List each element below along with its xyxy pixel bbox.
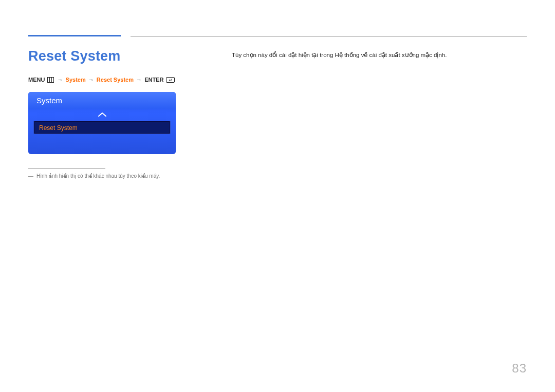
arrow-icon: → [58, 77, 63, 83]
osd-menu-item-reset-system[interactable]: Reset System [33, 121, 171, 134]
description-text: Tùy chọn này đổi cài đặt hiện tại trong … [232, 50, 527, 60]
svg-rect-0 [48, 78, 54, 83]
path-reset-system: Reset System [97, 77, 134, 83]
section-accent-rule [28, 35, 121, 36]
path-enter-label: ENTER [144, 77, 163, 83]
path-system: System [66, 77, 86, 83]
footnote-bullet: ― [28, 173, 33, 179]
scroll-up-indicator[interactable] [33, 109, 171, 121]
nav-path: MENU → System → Reset System → ENTER [28, 77, 227, 84]
arrow-icon: → [136, 77, 142, 83]
page-title: Reset System [28, 48, 227, 64]
footnote-separator [28, 169, 105, 169]
osd-menu: System Reset System [28, 92, 176, 154]
chevron-up-icon [98, 111, 107, 118]
footnote-text: Hình ảnh hiển thị có thể khác nhau tùy t… [36, 173, 160, 179]
left-column: Reset System MENU → System → Reset Syste… [28, 48, 227, 179]
content-area: Reset System MENU → System → Reset Syste… [28, 31, 527, 179]
right-column: Tùy chọn này đổi cài đặt hiện tại trong … [227, 48, 527, 179]
footnote: ―Hình ảnh hiển thị có thể khác nhau tùy … [28, 173, 227, 179]
page-number: 83 [512, 361, 527, 376]
path-menu-label: MENU [28, 77, 45, 83]
osd-menu-body: Reset System [28, 109, 176, 139]
page: Reset System MENU → System → Reset Syste… [0, 0, 555, 392]
enter-icon [166, 77, 175, 84]
menu-icon [47, 77, 54, 84]
header-divider [131, 36, 527, 36]
arrow-icon: → [88, 77, 94, 83]
osd-menu-header: System [28, 92, 176, 109]
